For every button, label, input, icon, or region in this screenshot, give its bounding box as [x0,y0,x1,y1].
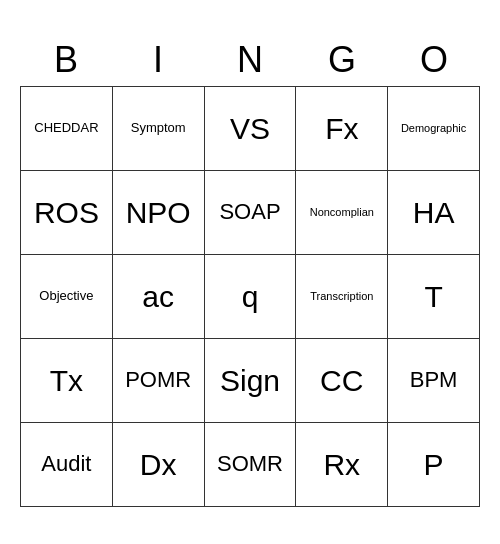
cell-text: Noncomplian [310,206,374,218]
bingo-cell-r2-c1: ac [113,255,205,339]
bingo-cell-r4-c2: SOMR [205,423,297,507]
bingo-cell-r3-c3: CC [296,339,388,423]
bingo-cell-r0-c1: Symptom [113,87,205,171]
cell-text: Dx [140,448,177,481]
cell-text: Symptom [131,121,186,135]
bingo-cell-r1-c4: HA [388,171,480,255]
cell-text: Fx [325,112,358,145]
cell-text: VS [230,112,270,145]
bingo-cell-r1-c1: NPO [113,171,205,255]
cell-text: Tx [50,364,83,397]
cell-text: Sign [220,364,280,397]
cell-text: ac [142,280,174,313]
bingo-cell-r4-c0: Audit [21,423,113,507]
header-letter: O [388,38,480,86]
header-letter: N [204,38,296,86]
bingo-cell-r2-c0: Objective [21,255,113,339]
cell-text: ROS [34,196,99,229]
bingo-cell-r3-c4: BPM [388,339,480,423]
bingo-cell-r2-c2: q [205,255,297,339]
cell-text: CC [320,364,363,397]
bingo-cell-r4-c3: Rx [296,423,388,507]
cell-text: NPO [126,196,191,229]
bingo-cell-r0-c0: CHEDDAR [21,87,113,171]
cell-text: P [424,448,444,481]
bingo-cell-r4-c4: P [388,423,480,507]
cell-text: POMR [125,368,191,392]
cell-text: CHEDDAR [34,121,98,135]
header-letter: I [112,38,204,86]
bingo-cell-r0-c4: Demographic [388,87,480,171]
bingo-cell-r1-c3: Noncomplian [296,171,388,255]
cell-text: Transcription [310,290,373,302]
bingo-cell-r2-c4: T [388,255,480,339]
cell-text: BPM [410,368,458,392]
cell-text: q [242,280,259,313]
cell-text: HA [413,196,455,229]
cell-text: Rx [323,448,360,481]
bingo-grid: CHEDDARSymptomVSFxDemographicROSNPOSOAPN… [20,86,480,507]
header-letter: B [20,38,112,86]
bingo-cell-r0-c3: Fx [296,87,388,171]
bingo-cell-r1-c0: ROS [21,171,113,255]
cell-text: SOMR [217,452,283,476]
bingo-cell-r3-c2: Sign [205,339,297,423]
bingo-card: BINGO CHEDDARSymptomVSFxDemographicROSNP… [20,38,480,507]
header-letter: G [296,38,388,86]
bingo-header: BINGO [20,38,480,86]
bingo-cell-r3-c1: POMR [113,339,205,423]
cell-text: Demographic [401,122,466,134]
bingo-cell-r0-c2: VS [205,87,297,171]
cell-text: Audit [41,452,91,476]
bingo-cell-r4-c1: Dx [113,423,205,507]
bingo-cell-r2-c3: Transcription [296,255,388,339]
cell-text: SOAP [219,200,280,224]
bingo-cell-r1-c2: SOAP [205,171,297,255]
bingo-cell-r3-c0: Tx [21,339,113,423]
cell-text: T [424,280,442,313]
cell-text: Objective [39,289,93,303]
